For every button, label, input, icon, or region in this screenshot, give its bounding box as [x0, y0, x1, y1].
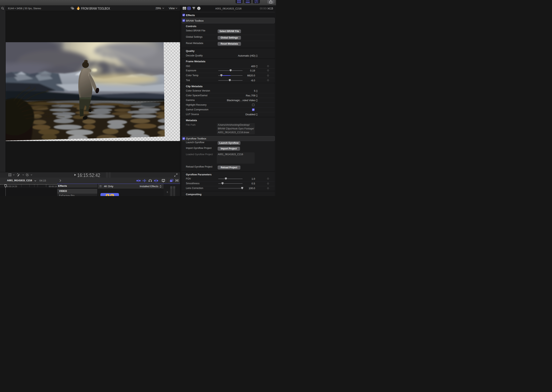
svg-text:2: 2: [184, 7, 185, 9]
